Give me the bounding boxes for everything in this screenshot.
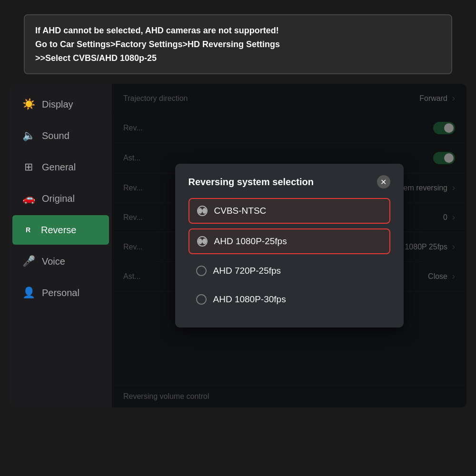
- radio-label-ahd-1080p-25: AHD 1080P-25fps: [214, 236, 287, 247]
- modal-overlay: Reversing system selection ✕ CVBS-NTSC: [112, 84, 466, 407]
- modal-header: Reversing system selection ✕: [188, 175, 390, 188]
- sidebar-label-general: General: [42, 162, 76, 173]
- sidebar-item-original[interactable]: 🚗 Original: [12, 184, 109, 213]
- modal-close-button[interactable]: ✕: [377, 175, 390, 188]
- sidebar-label-sound: Sound: [42, 130, 69, 141]
- sidebar: ☀️ Display 🔈 Sound ⊞ General 🚗 Original …: [10, 84, 112, 407]
- radio-label-cvbs-ntsc: CVBS-NTSC: [214, 206, 267, 216]
- main-screen: ☀️ Display 🔈 Sound ⊞ General 🚗 Original …: [10, 84, 466, 407]
- reverse-icon: R: [22, 224, 34, 236]
- personal-icon: 👤: [22, 287, 35, 299]
- radio-circle-ahd-720p-25: [196, 266, 207, 276]
- sidebar-item-personal[interactable]: 👤 Personal: [12, 278, 109, 307]
- sidebar-label-personal: Personal: [42, 288, 79, 298]
- radio-circle-ahd-1080p-30: [196, 294, 207, 305]
- annotation-section: If AHD cannot be selected, AHD cameras a…: [0, 0, 476, 84]
- modal-title: Reversing system selection: [188, 177, 314, 188]
- sidebar-item-general[interactable]: ⊞ General: [12, 152, 109, 182]
- sidebar-item-reverse[interactable]: R Reverse: [12, 215, 109, 245]
- radio-label-ahd-720p-25: AHD 720P-25fps: [213, 266, 281, 276]
- sidebar-label-original: Original: [42, 193, 75, 204]
- sidebar-item-display[interactable]: ☀️ Display: [12, 89, 109, 119]
- radio-option-ahd-720p-25[interactable]: AHD 720P-25fps: [188, 259, 390, 283]
- general-icon: ⊞: [22, 161, 35, 173]
- radio-option-cvbs-ntsc[interactable]: CVBS-NTSC: [188, 198, 390, 224]
- reversing-system-modal: Reversing system selection ✕ CVBS-NTSC: [175, 164, 404, 327]
- voice-icon: 🎤: [22, 255, 35, 268]
- sidebar-item-sound[interactable]: 🔈 Sound: [12, 121, 109, 150]
- radio-circle-cvbs-ntsc: [197, 206, 208, 216]
- radio-option-ahd-1080p-25[interactable]: AHD 1080P-25fps: [188, 228, 390, 254]
- sidebar-label-voice: Voice: [42, 256, 65, 267]
- sidebar-label-reverse: Reverse: [41, 225, 76, 236]
- radio-option-ahd-1080p-30[interactable]: AHD 1080P-30fps: [188, 288, 390, 311]
- sidebar-item-voice[interactable]: 🎤 Voice: [12, 247, 109, 276]
- annotation-text: If AHD cannot be selected, AHD cameras a…: [24, 14, 452, 74]
- original-icon: 🚗: [22, 192, 35, 205]
- display-icon: ☀️: [22, 98, 35, 110]
- radio-label-ahd-1080p-30: AHD 1080P-30fps: [213, 294, 286, 305]
- main-content: Trajectory direction Forward › Rev... As…: [112, 84, 466, 407]
- radio-circle-ahd-1080p-25: [197, 236, 208, 247]
- sound-icon: 🔈: [22, 129, 35, 142]
- sidebar-label-display: Display: [42, 99, 73, 110]
- close-icon: ✕: [380, 178, 387, 187]
